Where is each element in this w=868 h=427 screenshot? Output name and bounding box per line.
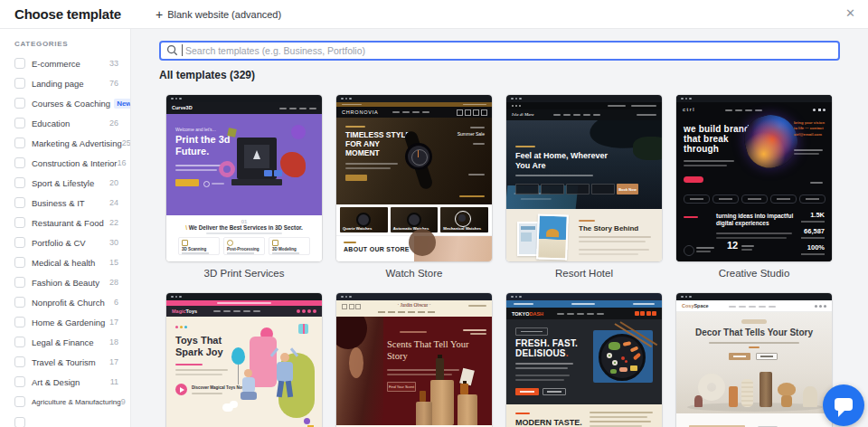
mini-cta-button bbox=[175, 384, 187, 395]
pedestal bbox=[458, 394, 477, 425]
template-card-scents: · Jardin Obscur · Scents That Tell Your … bbox=[336, 293, 492, 427]
starburst-shape bbox=[280, 152, 306, 177]
sidebar-item-education[interactable]: Education26 bbox=[0, 113, 130, 133]
sushi-platter bbox=[599, 334, 646, 381]
template-name: Creative Studio bbox=[676, 268, 832, 279]
template-thumbnail-3d-print[interactable]: Curve3D Welcome and let's... Print the 3… bbox=[166, 95, 322, 261]
vase-donut bbox=[698, 374, 725, 401]
template-thumbnail-sushi[interactable]: TOKYODASH FRESH. FAST. DELISIOUS. bbox=[506, 293, 662, 427]
mini-cta-button bbox=[345, 175, 367, 181]
sidebar-item-nonprofit[interactable]: Nonprofit & Church6 bbox=[0, 292, 130, 312]
sidebar-item-business-it[interactable]: Business & IT24 bbox=[0, 193, 130, 213]
template-card-creative-studio: ctrl we build brands that break through … bbox=[676, 95, 832, 293]
template-thumbnail-decor[interactable]: CosySpace Decor That Tells Your Story bbox=[676, 293, 832, 427]
sidebar-item-medical[interactable]: Medical & health15 bbox=[0, 252, 130, 272]
sidebar-item-sport[interactable]: Sport & Lifestyle20 bbox=[0, 173, 130, 193]
sidebar-item-partial[interactable] bbox=[0, 412, 130, 426]
sidebar-item-restaurant[interactable]: Restaurant & Food22 bbox=[0, 213, 130, 232]
search-icon bbox=[166, 44, 178, 56]
social-icons bbox=[635, 311, 657, 316]
perfume-bottle bbox=[420, 391, 426, 402]
kid-figure bbox=[280, 353, 289, 362]
template-name: 3D Print Services bbox=[166, 268, 322, 279]
cube-shape bbox=[227, 128, 237, 138]
vase-wavy bbox=[741, 379, 753, 407]
checkbox[interactable] bbox=[14, 237, 25, 248]
sidebar-item-agriculture[interactable]: Agriculture & Manufacturing9 bbox=[0, 392, 130, 412]
checkbox[interactable] bbox=[14, 78, 25, 89]
sidebar-item-art-design[interactable]: Art & Design11 bbox=[0, 372, 130, 392]
checkbox[interactable] bbox=[14, 138, 25, 148]
sidebar-item-home-gardening[interactable]: Home & Gardening17 bbox=[0, 312, 130, 332]
stat-block-3: 100% bbox=[801, 243, 825, 255]
sidebar-item-fashion[interactable]: Fashion & Beauty28 bbox=[0, 272, 130, 292]
mini-hero: Toys That Spark Joy Discover Magical Toy… bbox=[166, 317, 322, 427]
search-input[interactable] bbox=[159, 41, 840, 61]
sidebar-item-landing-page[interactable]: Landing page76 bbox=[0, 73, 130, 93]
categories-sidebar: CATEGORIES E-commerce33 Landing page76 C… bbox=[0, 28, 131, 427]
text-caret bbox=[182, 44, 183, 56]
close-icon[interactable]: ✕ bbox=[845, 7, 855, 19]
template-card-sushi: TOKYODASH FRESH. FAST. DELISIOUS. bbox=[506, 293, 662, 427]
perfume-bottle bbox=[460, 384, 468, 394]
checkbox[interactable] bbox=[14, 177, 25, 188]
plus-icon: + bbox=[156, 8, 163, 21]
checkbox[interactable] bbox=[14, 417, 25, 427]
mini-header: · Jardin Obscur · bbox=[336, 300, 492, 318]
gift-shape bbox=[298, 324, 308, 334]
mini-nav: TOKYODASH bbox=[506, 308, 662, 319]
template-thumbnail-creative-studio[interactable]: ctrl we build brands that break through … bbox=[676, 95, 832, 261]
checkbox[interactable] bbox=[14, 396, 25, 407]
checkbox[interactable] bbox=[14, 217, 25, 228]
sidebar-item-ecommerce[interactable]: E-commerce33 bbox=[0, 53, 130, 73]
kid-figure bbox=[244, 369, 252, 377]
mini-hero: FRESH. FAST. DELISIOUS. bbox=[506, 319, 662, 404]
checkbox[interactable] bbox=[14, 58, 25, 69]
mini-site: ctrl we build brands that break through … bbox=[676, 102, 832, 261]
template-card-decor: CosySpace Decor That Tells Your Story bbox=[676, 293, 832, 427]
checkbox[interactable] bbox=[14, 98, 25, 109]
mini-nav: MagicToys bbox=[166, 306, 322, 317]
sidebar-item-courses-coaching[interactable]: Courses & CoachingNew16 bbox=[0, 93, 130, 113]
mini-cta-button bbox=[684, 176, 703, 183]
template-thumbnail-scents[interactable]: · Jardin Obscur · Scents That Tell Your … bbox=[336, 293, 492, 427]
checkbox[interactable] bbox=[14, 257, 25, 268]
chat-widget-button[interactable] bbox=[823, 384, 864, 426]
sidebar-item-marketing[interactable]: Marketing & Advertising25 bbox=[0, 133, 130, 153]
photo-beach bbox=[536, 214, 569, 260]
checkbox[interactable] bbox=[14, 376, 25, 387]
checkbox[interactable] bbox=[14, 277, 25, 288]
mini-topbar bbox=[506, 300, 662, 308]
sphere-shape bbox=[291, 125, 306, 139]
mini-about: ABOUT OUR STORE bbox=[336, 235, 492, 261]
balloon-shape bbox=[231, 347, 245, 365]
template-thumbnail-toys[interactable]: MagicToys Toys That Spark Joy bbox=[166, 293, 322, 427]
sidebar-item-travel[interactable]: Travel & Tourism17 bbox=[0, 352, 130, 372]
results-heading: All templates (329) bbox=[159, 69, 255, 81]
blank-website-button[interactable]: + Blank website (advanced) bbox=[156, 0, 281, 28]
mini-hero: TIMELESS STYLE FOR ANY MOMENT Summer Sal… bbox=[336, 118, 492, 204]
checkbox[interactable] bbox=[14, 118, 25, 128]
checkbox[interactable] bbox=[14, 337, 25, 347]
mini-topbar bbox=[506, 102, 662, 109]
sidebar-item-portfolio[interactable]: Portfolio & CV30 bbox=[0, 232, 130, 252]
checkbox[interactable] bbox=[14, 297, 25, 308]
template-thumbnail-watch-store[interactable]: CHRONOVIA TIMELESS STYLE FOR ANY MOMENT bbox=[336, 95, 492, 261]
template-thumbnail-resort-hotel[interactable]: Isla di Mare Feel at Home, Wherever You … bbox=[506, 95, 662, 261]
sidebar-item-construction[interactable]: Construction & Interior16 bbox=[0, 153, 130, 173]
mini-section: MODERN TASTE. bbox=[506, 404, 662, 427]
checkbox[interactable] bbox=[14, 317, 25, 327]
categories-heading: CATEGORIES bbox=[14, 40, 130, 48]
social-icons bbox=[297, 309, 316, 313]
social-icons bbox=[457, 109, 487, 116]
mini-section bbox=[676, 413, 832, 427]
checkbox[interactable] bbox=[14, 197, 25, 208]
checkbox[interactable] bbox=[14, 356, 25, 367]
pedestal bbox=[416, 402, 432, 425]
book-now-button: Book Now bbox=[617, 184, 638, 195]
checkbox[interactable] bbox=[14, 157, 25, 168]
sidebar-item-legal[interactable]: Legal & Finance18 bbox=[0, 332, 130, 352]
browser-chrome bbox=[676, 293, 832, 300]
mini-nav: Isla di Mare bbox=[506, 109, 662, 120]
new-badge: New bbox=[114, 99, 131, 109]
